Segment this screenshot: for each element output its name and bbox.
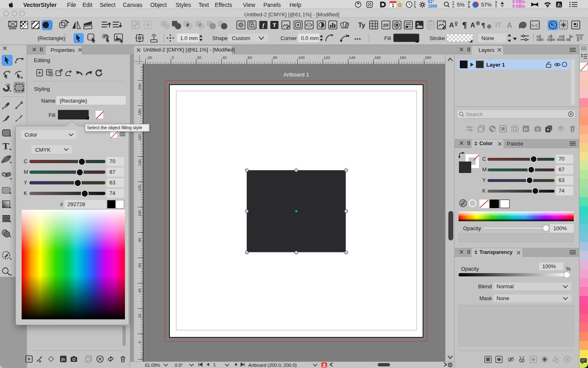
svg-text:¶: ¶ [462, 20, 467, 30]
svg-text:¶: ¶ [481, 21, 485, 29]
svg-text:IT: IT [495, 22, 501, 29]
svg-text:fx: fx [524, 127, 528, 131]
svg-text:fx: fx [62, 357, 65, 361]
svg-text:A: A [470, 22, 475, 29]
svg-text:ルビ: ルビ [531, 23, 539, 27]
svg-text:Ty: Ty [358, 22, 365, 29]
svg-text:1: 1 [392, 3, 394, 8]
svg-text:T: T [273, 22, 276, 28]
svg-text:A: A [507, 21, 512, 29]
svg-text:あ: あ [557, 2, 561, 7]
svg-text:##: ## [383, 22, 389, 28]
svg-text:A: A [449, 22, 454, 29]
svg-text:T: T [2, 141, 9, 151]
